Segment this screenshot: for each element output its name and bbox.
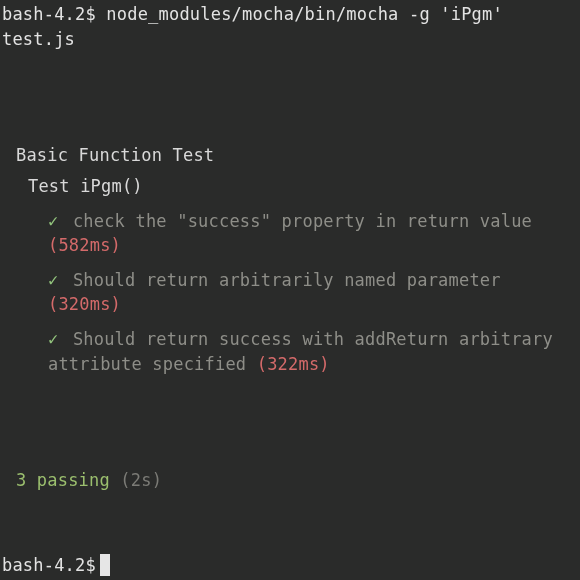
spacer xyxy=(0,376,580,468)
check-icon: ✓ xyxy=(48,270,58,290)
spacer xyxy=(0,51,580,143)
subsuite-title: Test iPgm() xyxy=(0,174,580,199)
check-icon: ✓ xyxy=(48,329,58,349)
test-duration: (322ms) xyxy=(257,354,330,374)
shell-prompt: bash-4.2$ xyxy=(2,555,96,575)
test-duration: (320ms) xyxy=(48,294,121,314)
test-result-line: ✓ Should return arbitrarily named parame… xyxy=(0,268,580,317)
test-duration: (582ms) xyxy=(48,235,121,255)
terminal-output: bash-4.2$ node_modules/mocha/bin/mocha -… xyxy=(0,0,580,493)
suite-title: Basic Function Test xyxy=(0,143,580,168)
prompt-line-1: bash-4.2$ node_modules/mocha/bin/mocha -… xyxy=(0,0,580,51)
prompt-line-2[interactable]: bash-4.2$ xyxy=(2,554,110,576)
test-description: check the "success" property in return v… xyxy=(73,211,532,231)
cursor-icon xyxy=(100,554,110,576)
summary-line: 3 passing (2s) xyxy=(0,468,580,493)
shell-prompt: bash-4.2$ xyxy=(2,4,96,24)
test-description: Should return arbitrarily named paramete… xyxy=(73,270,501,290)
test-result-line: ✓ Should return success with addReturn a… xyxy=(0,327,580,376)
check-icon: ✓ xyxy=(48,211,58,231)
passing-count: 3 passing xyxy=(16,470,110,490)
test-result-line: ✓ check the "success" property in return… xyxy=(0,209,580,258)
total-time: (2s) xyxy=(120,470,162,490)
